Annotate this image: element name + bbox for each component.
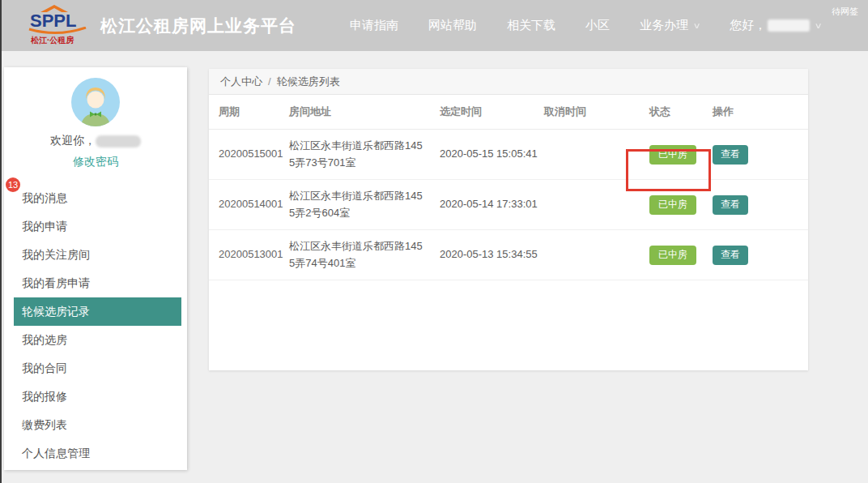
sidebar-item-viewing-applications[interactable]: 我的看房申请 <box>14 269 181 297</box>
logo-subtitle: 松江·公租房 <box>31 35 74 46</box>
status-cell: 已中房 <box>649 145 713 165</box>
sidebar: 欢迎你， 修改密码 13 我的消息 我的申请 我的关注房间 我的看房申请 轮候选… <box>4 67 187 470</box>
table-row: 20200513001 松江区永丰街道乐都西路1455弄74号401室 2020… <box>209 230 808 280</box>
top-header: SPPL 松江·公租房 松江公租房网上业务平台 申请指南 网站帮助 相关下载 小… <box>0 0 868 51</box>
nav-user-menu[interactable]: 您好， ∨ <box>730 18 821 33</box>
sppl-logo[interactable]: SPPL 松江·公租房 <box>28 6 91 46</box>
redacted-username <box>96 135 141 147</box>
status-badge: 已中房 <box>649 195 696 215</box>
sidebar-item-personal-info[interactable]: 个人信息管理 <box>14 439 181 468</box>
view-button[interactable]: 查看 <box>713 145 748 165</box>
sidebar-item-waitlist-selection-records[interactable]: 轮候选房记录 <box>14 297 181 326</box>
status-cell: 已中房 <box>649 246 713 265</box>
main-panel: 个人中心 / 轮候选房列表 周期 房间地址 选定时间 取消时间 状态 操作 20… <box>209 69 808 370</box>
col-header-period: 周期 <box>219 105 289 119</box>
nav-application-guide[interactable]: 申请指南 <box>350 18 398 33</box>
nav-site-help[interactable]: 网站帮助 <box>428 18 477 33</box>
sidebar-menu: 我的消息 我的申请 我的关注房间 我的看房申请 轮候选房记录 我的选房 我的合同… <box>4 184 187 468</box>
period-cell: 20200515001 <box>219 146 289 162</box>
window-edge <box>0 0 2 483</box>
nav-community[interactable]: 小区 <box>585 18 610 33</box>
period-cell: 20200514001 <box>219 196 289 212</box>
selected-time-cell: 2020-05-13 15:34:55 <box>440 246 544 263</box>
address-cell: 松江区永丰街道乐都西路1455弄74号401室 <box>289 238 440 271</box>
period-cell: 20200513001 <box>219 246 289 263</box>
chevron-down-icon: ∨ <box>693 21 701 30</box>
breadcrumb-separator: / <box>268 75 271 88</box>
change-password-link[interactable]: 修改密码 <box>4 155 187 169</box>
view-button[interactable]: 查看 <box>713 246 748 265</box>
breadcrumb-current: 轮候选房列表 <box>277 75 340 89</box>
address-cell: 松江区永丰街道乐都西路1455弄73号701室 <box>289 138 440 170</box>
action-cell: 查看 <box>713 246 808 265</box>
nav-business-menu[interactable]: 业务办理 ∨ <box>640 18 700 33</box>
chevron-down-icon: ∨ <box>815 21 823 30</box>
table-row: 20200514001 松江区永丰街道乐都西路1455弄2号604室 2020-… <box>209 180 808 230</box>
status-badge: 已中房 <box>649 145 696 165</box>
table-row: 20200515001 松江区永丰街道乐都西路1455弄73号701室 2020… <box>209 130 808 180</box>
sidebar-item-messages[interactable]: 我的消息 <box>14 184 181 212</box>
breadcrumb: 个人中心 / 轮候选房列表 <box>209 69 808 95</box>
action-cell: 查看 <box>713 195 808 215</box>
col-header-cancel-time: 取消时间 <box>544 105 649 119</box>
col-header-status: 状态 <box>649 105 713 119</box>
sidebar-item-applications[interactable]: 我的申请 <box>14 212 181 241</box>
redacted-username <box>768 19 810 32</box>
welcome-text: 欢迎你， <box>4 134 187 148</box>
status-badge: 已中房 <box>649 246 696 265</box>
col-header-selected-time: 选定时间 <box>440 105 544 119</box>
selected-time-cell: 2020-05-15 15:05:41 <box>440 146 544 162</box>
sidebar-item-room-selection[interactable]: 我的选房 <box>14 326 181 354</box>
site-title: 松江公租房网上业务平台 <box>100 15 296 37</box>
sidebar-item-payments[interactable]: 缴费列表 <box>14 411 181 439</box>
breadcrumb-parent[interactable]: 个人中心 <box>220 75 262 89</box>
sidebar-item-contracts[interactable]: 我的合同 <box>14 354 181 383</box>
avatar <box>71 78 120 126</box>
view-button[interactable]: 查看 <box>713 195 748 215</box>
action-cell: 查看 <box>713 145 808 165</box>
status-cell: 已中房 <box>649 195 713 215</box>
pending-esign-badge[interactable]: 待网签 <box>832 6 858 18</box>
col-header-address: 房间地址 <box>289 105 440 119</box>
header-nav: 申请指南 网站帮助 相关下载 小区 业务办理 ∨ 您好， ∨ <box>350 18 822 33</box>
nav-downloads[interactable]: 相关下载 <box>507 18 555 33</box>
selected-time-cell: 2020-05-14 17:33:01 <box>440 196 544 212</box>
col-header-action: 操作 <box>713 105 808 119</box>
table-header-row: 周期 房间地址 选定时间 取消时间 状态 操作 <box>209 95 808 130</box>
sidebar-item-followed-rooms[interactable]: 我的关注房间 <box>14 241 181 269</box>
sidebar-item-repairs[interactable]: 我的报修 <box>14 383 181 411</box>
address-cell: 松江区永丰街道乐都西路1455弄2号604室 <box>289 188 440 220</box>
